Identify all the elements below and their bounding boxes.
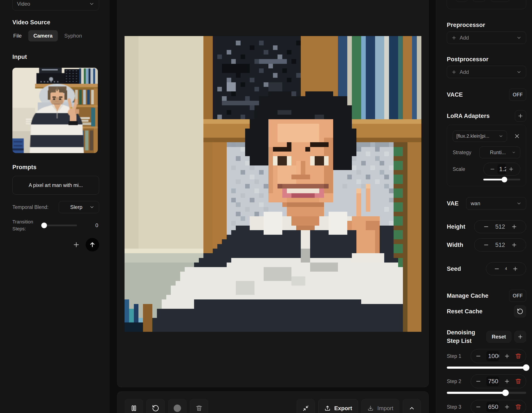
minus-button[interactable]: [483, 224, 489, 230]
minus-button[interactable]: [475, 353, 481, 359]
minus-button[interactable]: [475, 404, 481, 410]
manage-cache-toggle[interactable]: OFF: [509, 290, 526, 302]
delete-step-button[interactable]: [515, 378, 522, 385]
transition-steps-row: Transition Steps: 0: [12, 219, 99, 232]
vace-toggle[interactable]: OFF: [509, 89, 526, 101]
prompt-text: A pixel art man with mi...: [29, 182, 83, 188]
plus-icon: [451, 70, 456, 75]
toolbar-right-group: Export Import: [297, 399, 421, 413]
preprocessor-add-label: Add: [460, 35, 469, 41]
plus-button[interactable]: [511, 242, 517, 248]
delete-button[interactable]: [190, 399, 208, 413]
add-step-button[interactable]: [514, 331, 526, 343]
lora-scale-label: Scale: [453, 166, 465, 172]
record-icon: [174, 404, 181, 412]
arrow-up-icon: [89, 241, 96, 248]
plus-button[interactable]: [511, 224, 517, 230]
width-value: 512: [495, 242, 505, 248]
temporal-blend-row: Temporal Blend: Slerp: [12, 201, 99, 213]
plus-button[interactable]: [504, 378, 510, 384]
minus-button[interactable]: [490, 166, 495, 172]
prompts-title: Prompts: [12, 164, 99, 171]
preprocessor-add-select[interactable]: Add: [447, 31, 526, 44]
transition-steps-slider[interactable]: [44, 225, 77, 226]
plus-button[interactable]: [512, 266, 518, 272]
video-source-title: Video Source: [12, 19, 99, 26]
transition-steps-value: 0: [95, 222, 99, 229]
reset-cache-row: Reset Cache: [447, 305, 526, 317]
manage-cache-state: OFF: [513, 293, 523, 299]
partial-button[interactable]: [455, 0, 468, 2]
pause-button[interactable]: [125, 399, 143, 413]
tab-camera[interactable]: Camera: [28, 30, 58, 41]
manage-cache-label: Manage Cache: [447, 293, 488, 299]
transition-steps-label: Transition Steps:: [12, 219, 38, 232]
lora-scale-slider[interactable]: [483, 179, 520, 180]
step-value-input[interactable]: 1000: [486, 351, 499, 361]
partial-button[interactable]: [473, 0, 485, 2]
plus-button[interactable]: [504, 404, 510, 410]
step-slider[interactable]: [447, 392, 526, 394]
chevron-down-icon: [516, 35, 522, 40]
vace-state: OFF: [513, 92, 523, 98]
lora-strategy-row: Strategy Runti...: [453, 147, 520, 158]
remove-lora-button[interactable]: [514, 133, 520, 139]
step-label: Step 3: [447, 404, 461, 410]
minus-button[interactable]: [494, 266, 500, 272]
step-slider[interactable]: [447, 367, 526, 369]
width-row: Width 512: [447, 239, 526, 251]
vae-value: wan: [471, 201, 480, 206]
height-label: Height: [447, 223, 465, 230]
step-row: Step 2 750: [447, 374, 526, 388]
upload-icon: [324, 405, 331, 412]
step-stepper: 750: [471, 374, 526, 388]
lora-model-name: [flux.2.klein]pi...: [456, 133, 489, 139]
collapse-toolbar-button[interactable]: [403, 399, 421, 413]
delete-step-button[interactable]: [515, 404, 522, 410]
lora-strategy-select[interactable]: Runti...: [479, 147, 520, 158]
tab-syphon[interactable]: Syphon: [64, 33, 83, 39]
chevron-up-icon: [408, 405, 415, 412]
chevron-down-icon: [89, 1, 95, 7]
delete-step-button[interactable]: [515, 353, 522, 359]
height-stepper: 512: [474, 220, 526, 233]
lora-model-select[interactable]: [flux.2.klein]pi...: [453, 130, 507, 142]
step-value-input[interactable]: 650: [486, 402, 499, 412]
add-prompt-button[interactable]: [73, 241, 80, 248]
temporal-blend-select[interactable]: Slerp: [59, 201, 99, 213]
minus-button[interactable]: [483, 242, 489, 248]
denoising-header: Denoising Step List Reset: [447, 328, 526, 345]
partial-settings-card: [447, 0, 526, 9]
plus-button[interactable]: [504, 353, 510, 359]
tab-file[interactable]: File: [12, 33, 23, 39]
pipeline-select[interactable]: Video: [12, 0, 99, 10]
lora-adapter-card: [flux.2.klein]pi... Strategy Runti... Sc…: [447, 125, 526, 186]
minus-button[interactable]: [475, 378, 481, 384]
lora-title: LoRA Adapters: [447, 113, 490, 119]
prompt-item[interactable]: A pixel art man with mi...: [12, 176, 99, 194]
denoising-reset-button[interactable]: Reset: [486, 331, 511, 343]
lora-scale-input[interactable]: 1.2: [497, 164, 506, 174]
minimize-button[interactable]: [297, 399, 315, 413]
step-value-input[interactable]: 750: [486, 376, 499, 386]
import-button[interactable]: Import: [361, 399, 399, 413]
postprocessor-add-select[interactable]: Add: [447, 66, 526, 78]
vae-select[interactable]: wan: [466, 197, 526, 210]
record-button[interactable]: [168, 399, 186, 413]
pipeline-select-value: Video: [17, 1, 30, 7]
vae-label: VAE: [447, 200, 458, 207]
export-button[interactable]: Export: [318, 399, 358, 413]
vae-row: VAE wan: [447, 197, 526, 210]
step-stepper: 650: [471, 400, 526, 413]
chevron-down-icon: [516, 201, 522, 206]
plus-button[interactable]: [508, 166, 514, 172]
toolbar-left-group: [125, 399, 208, 413]
submit-prompt-button[interactable]: [86, 238, 99, 251]
restart-button[interactable]: [146, 399, 165, 413]
chevron-down-icon: [516, 70, 522, 75]
height-value: 512: [495, 223, 505, 230]
partial-button[interactable]: [490, 0, 510, 2]
add-lora-button[interactable]: [515, 110, 526, 122]
reset-cache-button[interactable]: [514, 305, 526, 317]
lora-header: LoRA Adapters: [447, 110, 526, 122]
